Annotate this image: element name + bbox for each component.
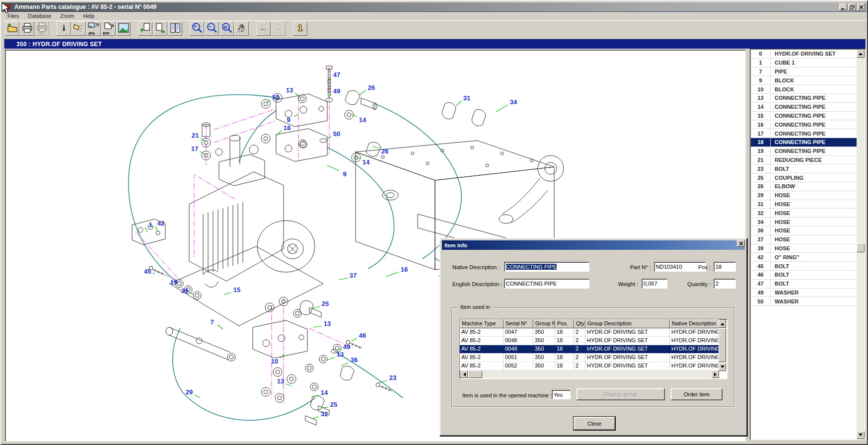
- callout-14[interactable]: 14: [321, 389, 328, 396]
- menu-database[interactable]: Database: [23, 12, 56, 19]
- parts-list-scrollbar[interactable]: [857, 50, 865, 439]
- callout-13[interactable]: 13: [272, 93, 279, 101]
- table-header-group-n-[interactable]: Group N°: [533, 319, 555, 328]
- window-titlebar[interactable]: Ammann Parts catalogue : AV 85-2 - seria…: [3, 2, 867, 12]
- table-vscrollbar[interactable]: [719, 320, 726, 371]
- print-all-button[interactable]: ALL: [35, 21, 49, 36]
- callout-29[interactable]: 29: [186, 388, 193, 396]
- callout-39[interactable]: 39: [181, 287, 188, 295]
- parts-list-row-21[interactable]: 21REDUCING PIECE: [751, 156, 857, 165]
- usage-table-row-0047[interactable]: AV 85-20047350182HYDR.OF DRIVING SETHYDR…: [460, 328, 720, 337]
- callout-13[interactable]: 13: [277, 377, 284, 385]
- parts-list-row-47[interactable]: 47BOLT: [751, 280, 857, 289]
- usage-table-row-0049[interactable]: AV 85-20049350182HYDR.OF DRIVING SETHYDR…: [460, 345, 720, 354]
- menu-help[interactable]: Help: [78, 12, 99, 19]
- open-catalogue-button[interactable]: [5, 21, 19, 36]
- export-jpg-button[interactable]: JPG: [86, 21, 101, 36]
- callout-45[interactable]: 45: [144, 268, 151, 275]
- callout-9[interactable]: 9: [343, 170, 346, 178]
- table-header-pos-[interactable]: Pos.: [555, 319, 574, 328]
- minimize-button[interactable]: [839, 3, 847, 10]
- table-scroll-right-button[interactable]: [712, 371, 719, 378]
- show-numbers-button[interactable]: 1: [293, 21, 307, 36]
- parts-list-row-36[interactable]: 36HOSE: [751, 226, 857, 235]
- callout-14[interactable]: 14: [359, 116, 366, 124]
- parts-list-row-39[interactable]: 39HOSE: [751, 244, 857, 253]
- parts-list-row-42[interactable]: 42O" RING": [751, 253, 857, 262]
- usage-table-row-0048[interactable]: AV 85-20048350182HYDR.OF DRIVING SETHYDR…: [460, 337, 720, 345]
- parts-list-row-18[interactable]: 18CONNECTING PIPE: [751, 138, 857, 147]
- parts-list-row-29[interactable]: 29HOSE: [751, 191, 857, 200]
- parts-list-row-10[interactable]: 10BLOCK: [751, 85, 857, 94]
- native-description-field[interactable]: CONNECTING PIPE: [504, 262, 589, 272]
- callout-13[interactable]: 13: [337, 351, 344, 358]
- usage-table-row-0052[interactable]: AV 85-20052350182HYDR.OF DRIVING SETHYDR…: [460, 362, 720, 371]
- parts-list-row-16[interactable]: 16CONNECTING PIPE: [751, 120, 857, 129]
- callout-10[interactable]: 10: [271, 358, 278, 365]
- callout-49[interactable]: 49: [333, 87, 340, 95]
- callout-25[interactable]: 25: [322, 300, 329, 307]
- parts-list-row-1[interactable]: 1CUBE 1: [751, 59, 857, 68]
- callout-26[interactable]: 26: [381, 148, 388, 155]
- parts-book-button[interactable]: [168, 21, 182, 36]
- callout-42[interactable]: 42: [157, 220, 164, 227]
- menu-zoom[interactable]: Zoom: [56, 12, 78, 19]
- lamp-button[interactable]: [72, 21, 86, 36]
- callout-37[interactable]: 37: [350, 272, 357, 279]
- callout-50[interactable]: 50: [333, 130, 340, 138]
- print-button[interactable]: [20, 21, 34, 36]
- table-scroll-up-button[interactable]: [719, 320, 726, 328]
- used-in-machine-field[interactable]: Yes: [552, 390, 571, 399]
- zoom-max-button[interactable]: M: [219, 21, 234, 36]
- pos-field[interactable]: 18: [714, 262, 736, 272]
- nav-back-button[interactable]: ←: [256, 21, 271, 36]
- parts-list-row-50[interactable]: 50WASHER: [751, 297, 857, 306]
- scroll-up-button[interactable]: [857, 50, 865, 58]
- callout-15[interactable]: 15: [233, 286, 240, 294]
- parts-list-row-45[interactable]: 45BOLT: [751, 262, 857, 271]
- callout-36[interactable]: 36: [351, 356, 358, 364]
- dialog-close-button[interactable]: [737, 240, 745, 247]
- callout-7[interactable]: 7: [210, 318, 214, 326]
- callout-34[interactable]: 34: [510, 98, 517, 106]
- parts-list-row-32[interactable]: 32HOSE: [751, 209, 857, 218]
- order-item-button[interactable]: Order item: [671, 388, 723, 400]
- callout-49[interactable]: 49: [343, 343, 350, 351]
- callout-13[interactable]: 13: [286, 86, 293, 94]
- callout-16[interactable]: 16: [401, 266, 408, 273]
- callout-46[interactable]: 46: [359, 332, 366, 339]
- table-header-group-description[interactable]: Group Description: [585, 319, 670, 328]
- parts-list-row-37[interactable]: 37HOSE: [751, 235, 857, 244]
- parts-list-row-7[interactable]: 7PIPE: [751, 68, 857, 76]
- table-hscrollbar[interactable]: [460, 371, 719, 378]
- callout-21[interactable]: 21: [192, 132, 199, 139]
- parts-list-row-19[interactable]: 19CONNECTING PIPE: [751, 147, 857, 156]
- parts-list-row-9[interactable]: 9BLOCK: [751, 76, 857, 85]
- quantity-field[interactable]: 2: [714, 279, 736, 289]
- callout-23[interactable]: 23: [389, 374, 396, 381]
- callout-32[interactable]: 32: [321, 410, 328, 418]
- nav-forward-button[interactable]: →: [271, 21, 286, 36]
- parts-list-row-34[interactable]: 34HOSE: [751, 218, 857, 226]
- export-image-button[interactable]: [116, 21, 131, 36]
- scroll-down-button[interactable]: [857, 431, 865, 439]
- callout-1[interactable]: 1: [148, 221, 152, 228]
- zoom-in-button[interactable]: +: [190, 21, 204, 36]
- close-button[interactable]: [857, 3, 865, 10]
- scrollbar-thumb[interactable]: [857, 243, 865, 252]
- display-group-button[interactable]: Display group: [577, 388, 665, 400]
- callout-14[interactable]: 14: [362, 158, 370, 166]
- parts-list-row-15[interactable]: 15CONNECTING PIPE: [751, 112, 857, 121]
- usage-table-row-0051[interactable]: AV 85-20051350182HYDR.OF DRIVING SETHYDR…: [460, 354, 720, 362]
- table-header-qty[interactable]: Qty: [574, 319, 585, 328]
- parts-list-row-49[interactable]: 49WASHER: [751, 289, 857, 297]
- restore-button[interactable]: [848, 3, 856, 10]
- parts-list-row-14[interactable]: 14CONNECTING PIPE: [751, 103, 857, 112]
- callout-17[interactable]: 17: [191, 145, 198, 152]
- callout-26[interactable]: 26: [368, 84, 375, 91]
- close-dialog-button[interactable]: Close: [574, 417, 615, 430]
- pan-hand-button[interactable]: [234, 21, 249, 36]
- parts-list-row-31[interactable]: 31HOSE: [751, 200, 857, 209]
- callout-13[interactable]: 13: [324, 320, 331, 327]
- table-hscrollbar-thumb[interactable]: [468, 371, 482, 378]
